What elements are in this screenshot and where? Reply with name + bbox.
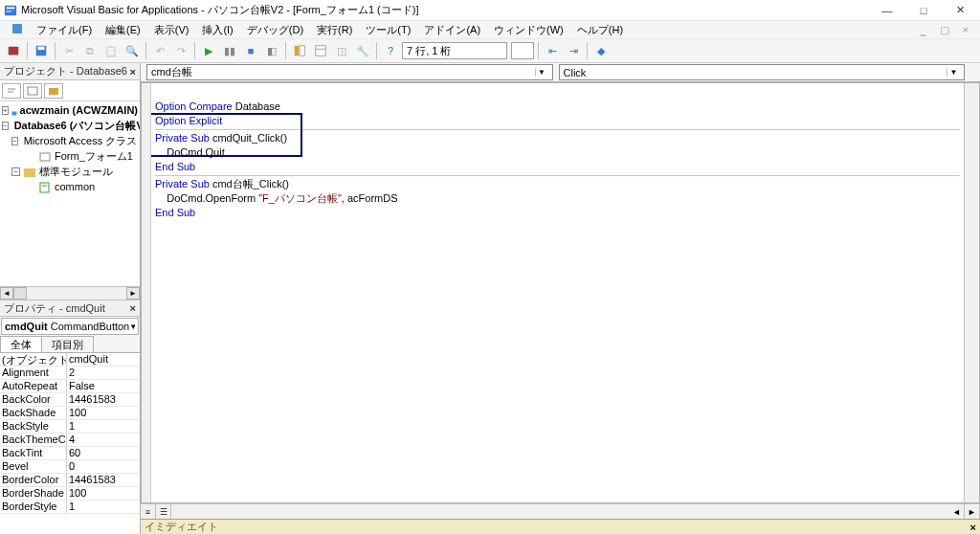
menu-file[interactable]: ファイル(F): [31, 22, 98, 38]
menu-tools[interactable]: ツール(T): [360, 22, 416, 38]
property-value[interactable]: False: [67, 380, 140, 392]
paste-icon[interactable]: 📋: [101, 41, 121, 60]
minimize-button[interactable]: ―: [871, 2, 903, 19]
bookmark-icon[interactable]: ◆: [591, 41, 611, 60]
property-row[interactable]: BackShade100: [0, 407, 140, 420]
view-object-button[interactable]: [23, 83, 42, 99]
property-value[interactable]: 2: [67, 367, 140, 379]
svg-rect-3: [12, 24, 22, 33]
properties-close[interactable]: ×: [130, 302, 136, 314]
window-title: Microsoft Visual Basic for Applications …: [21, 3, 871, 17]
toggle-folders-button[interactable]: [44, 83, 63, 99]
property-row[interactable]: Alignment2: [0, 367, 140, 380]
property-value[interactable]: 100: [67, 407, 140, 419]
tree-node-db6[interactable]: Database6 (パソコン台帳V2): [14, 119, 140, 134]
object-combo[interactable]: cmd台帳▼: [146, 64, 553, 80]
menu-addins[interactable]: アドイン(A): [418, 22, 486, 38]
copy-icon[interactable]: ⧉: [80, 41, 100, 60]
left-dock: プロジェクト - Database6 × +acwzmain (ACWZMAIN…: [0, 63, 141, 534]
property-value[interactable]: 60: [67, 447, 140, 459]
property-value[interactable]: 1: [67, 501, 140, 513]
properties-tab-category[interactable]: 項目別: [41, 336, 94, 352]
property-value[interactable]: 1: [67, 420, 140, 433]
close-button[interactable]: ✕: [944, 2, 976, 19]
hscroll-left[interactable]: ◄: [949, 504, 965, 519]
property-row[interactable]: BorderStyle1: [0, 501, 140, 514]
menu-file-icon[interactable]: [6, 22, 29, 37]
break-icon[interactable]: ▮▮: [220, 41, 239, 60]
proc-view-button[interactable]: ≡: [141, 504, 156, 519]
runbox-dropdown[interactable]: [511, 42, 534, 59]
property-value[interactable]: 14461583: [67, 393, 140, 406]
property-value[interactable]: 100: [67, 487, 140, 500]
property-name: Bevel: [0, 460, 67, 473]
menu-window[interactable]: ウィンドウ(W): [488, 22, 569, 38]
property-row[interactable]: BackTint60: [0, 447, 140, 460]
save-icon[interactable]: [32, 41, 51, 60]
menu-run[interactable]: 実行(R): [311, 22, 358, 38]
code-window: cmd台帳▼ Click▼ Option Compare Database Op…: [141, 63, 980, 534]
project-hscroll[interactable]: ◄►: [0, 286, 140, 300]
view-access-icon[interactable]: [4, 41, 23, 60]
property-value[interactable]: cmdQuit: [67, 353, 140, 366]
properties-icon[interactable]: [311, 41, 330, 60]
hscroll-right[interactable]: ►: [965, 504, 980, 519]
object-browser-icon[interactable]: ◫: [332, 41, 351, 60]
properties-object-selector[interactable]: cmdQuit CommandButton ▼: [1, 318, 139, 335]
mdi-close[interactable]: ×: [957, 23, 974, 36]
procedure-combo[interactable]: Click▼: [559, 64, 966, 80]
menu-view[interactable]: 表示(V): [148, 22, 195, 38]
cut-icon[interactable]: ✂: [59, 41, 78, 60]
project-tree[interactable]: +acwzmain (ACWZMAIN) −Database6 (パソコン台帳V…: [0, 101, 140, 286]
view-code-button[interactable]: [2, 83, 21, 99]
property-row[interactable]: BorderColor14461583: [0, 474, 140, 487]
property-row[interactable]: Bevel0: [0, 460, 140, 474]
properties-title: プロパティ - cmdQuit: [4, 301, 105, 316]
maximize-button[interactable]: □: [907, 2, 940, 19]
project-explorer-icon[interactable]: [290, 41, 309, 60]
tree-node-form1[interactable]: Form_フォーム1: [55, 149, 133, 165]
property-value[interactable]: 0: [67, 460, 140, 473]
help-icon[interactable]: ?: [381, 41, 400, 60]
indent-icon[interactable]: ⇤: [543, 41, 562, 60]
project-explorer-close[interactable]: ×: [130, 66, 136, 78]
menu-help[interactable]: ヘルプ(H): [571, 22, 629, 38]
svg-rect-14: [28, 87, 37, 95]
outdent-icon[interactable]: ⇥: [564, 41, 583, 60]
immediate-window-header[interactable]: イミディエイト ×: [141, 519, 980, 534]
property-name: (オブジェクト名): [0, 353, 67, 366]
tree-node-common[interactable]: common: [55, 180, 95, 195]
property-value[interactable]: 4: [67, 434, 140, 446]
property-row[interactable]: BackColor14461583: [0, 393, 140, 407]
code-editor[interactable]: Option Compare Database Option Explicit …: [151, 83, 964, 502]
design-icon[interactable]: ◧: [262, 41, 281, 60]
tree-node-access[interactable]: Microsoft Access クラス オブジェ: [24, 134, 140, 149]
menu-edit[interactable]: 編集(E): [100, 22, 146, 38]
app-icon: [4, 4, 17, 17]
property-row[interactable]: (オブジェクト名)cmdQuit: [0, 353, 140, 367]
property-row[interactable]: AutoRepeatFalse: [0, 380, 140, 393]
properties-grid[interactable]: (オブジェクト名)cmdQuitAlignment2AutoRepeatFals…: [0, 353, 140, 534]
redo-icon[interactable]: ↷: [171, 41, 190, 60]
property-row[interactable]: BackThemeColorIn4: [0, 434, 140, 447]
undo-icon[interactable]: ↶: [150, 41, 169, 60]
run-icon[interactable]: ▶: [199, 41, 218, 60]
menu-insert[interactable]: 挿入(I): [196, 22, 238, 38]
immediate-close[interactable]: ×: [970, 522, 976, 533]
code-margin: [142, 83, 151, 502]
mdi-restore[interactable]: ▢: [934, 23, 955, 37]
svg-rect-20: [24, 168, 35, 177]
menu-debug[interactable]: デバッグ(D): [241, 22, 309, 38]
full-view-button[interactable]: ☰: [156, 504, 171, 519]
property-value[interactable]: 14461583: [67, 474, 140, 486]
reset-icon[interactable]: ■: [241, 41, 260, 60]
code-bottom-bar: ≡ ☰ ◄ ►: [141, 503, 980, 519]
find-icon[interactable]: 🔍: [122, 41, 142, 60]
property-row[interactable]: BorderShade100: [0, 487, 140, 501]
tree-node-modules[interactable]: 標準モジュール: [39, 165, 113, 180]
code-vscroll[interactable]: [964, 83, 979, 502]
property-row[interactable]: BackStyle1: [0, 420, 140, 434]
tree-node-acwzmain[interactable]: acwzmain (ACWZMAIN): [20, 103, 138, 119]
properties-tab-all[interactable]: 全体: [0, 336, 42, 352]
toolbox-icon[interactable]: 🔧: [353, 41, 372, 60]
